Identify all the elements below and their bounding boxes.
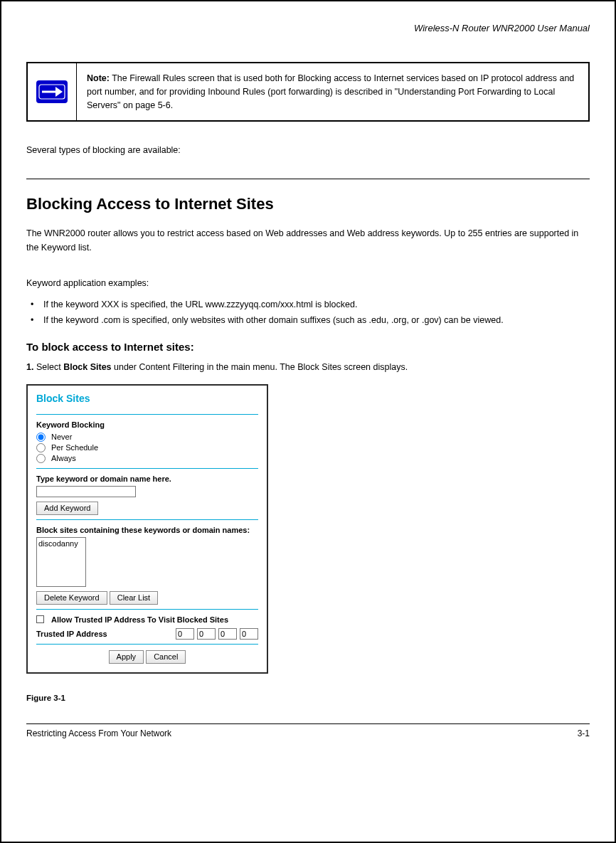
- radio-per-schedule-input[interactable]: [36, 443, 46, 452]
- allow-trusted-checkbox[interactable]: [36, 615, 44, 623]
- clear-list-button[interactable]: Clear List: [110, 591, 158, 605]
- page-container: Wireless-N Router WNR2000 User Manual No…: [0, 0, 616, 843]
- list-item[interactable]: discodanny: [38, 539, 84, 548]
- note-label: Note:: [87, 73, 110, 83]
- section-rule: [26, 179, 590, 179]
- keyword-listbox[interactable]: discodanny: [36, 537, 86, 587]
- apply-button[interactable]: Apply: [109, 650, 144, 664]
- allow-trusted-row[interactable]: Allow Trusted IP Address To Visit Blocke…: [36, 615, 258, 624]
- figure-caption: Figure 3-1: [26, 694, 590, 702]
- page-header-title: Wireless-N Router WNR2000 User Manual: [26, 23, 590, 33]
- type-keyword-label: Type keyword or domain name here.: [36, 474, 258, 483]
- radio-never-input[interactable]: [36, 433, 46, 442]
- note-icon-cell: [28, 63, 77, 120]
- ip-octet-2[interactable]: [197, 628, 216, 640]
- step-text-a: Select: [36, 362, 63, 372]
- block-list-label: Block sites containing these keywords or…: [36, 526, 258, 534]
- bullet-text: If the keyword .com is specified, only w…: [43, 313, 504, 328]
- delete-keyword-button[interactable]: Delete Keyword: [36, 591, 107, 605]
- cancel-button[interactable]: Cancel: [146, 650, 186, 664]
- panel-title: Block Sites: [36, 393, 258, 404]
- panel-divider: [36, 609, 258, 610]
- note-body: The Firewall Rules screen that is used b…: [87, 73, 574, 110]
- panel-divider: [36, 414, 258, 415]
- radio-never[interactable]: Never: [36, 432, 258, 442]
- page-footer: Restricting Access From Your Network 3-1: [26, 724, 590, 738]
- panel-divider: [36, 644, 258, 645]
- note-box: Note: The Firewall Rules screen that is …: [26, 62, 590, 122]
- block-sites-panel: Block Sites Keyword Blocking Never Per S…: [26, 384, 268, 674]
- step-text-c: under Content Filtering in the main menu…: [112, 362, 408, 372]
- footer-right: 3-1: [578, 728, 590, 738]
- bullet-list: • If the keyword XXX is specified, the U…: [26, 297, 590, 328]
- trusted-ip-row: Trusted IP Address: [36, 628, 258, 640]
- bullet-text: If the keyword XXX is specified, the URL…: [43, 297, 357, 312]
- ip-octet-1[interactable]: [176, 628, 194, 640]
- trusted-ip-fields: [176, 628, 258, 640]
- panel-footer: Apply Cancel: [36, 650, 258, 664]
- list-item: • If the keyword XXX is specified, the U…: [31, 297, 590, 312]
- section-p1: The WNR2000 router allows you to restric…: [26, 226, 590, 255]
- footer-left: Restricting Access From Your Network: [26, 728, 171, 738]
- add-keyword-button[interactable]: Add Keyword: [36, 502, 98, 515]
- step-1: 1. Select Block Sites under Content Filt…: [26, 360, 590, 374]
- keyword-blocking-label: Keyword Blocking: [36, 420, 258, 429]
- subsection-heading: To block access to Internet sites:: [26, 341, 590, 353]
- svg-marker-2: [55, 87, 63, 97]
- step-number: 1.: [26, 362, 33, 372]
- note-text: Note: The Firewall Rules screen that is …: [77, 63, 588, 120]
- list-item: • If the keyword .com is specified, only…: [31, 313, 590, 328]
- step-text-bold: Block Sites: [63, 362, 111, 372]
- allow-trusted-label: Allow Trusted IP Address To Visit Blocke…: [51, 615, 228, 624]
- ip-octet-3[interactable]: [218, 628, 237, 640]
- radio-always-input[interactable]: [36, 454, 46, 463]
- radio-never-label: Never: [51, 433, 72, 441]
- section-heading: Blocking Access to Internet Sites: [26, 195, 590, 213]
- ip-octet-4[interactable]: [240, 628, 258, 640]
- radio-always[interactable]: Always: [36, 453, 258, 464]
- panel-divider: [36, 519, 258, 520]
- radio-always-label: Always: [51, 454, 76, 462]
- keyword-input[interactable]: [36, 486, 136, 497]
- trusted-ip-label: Trusted IP Address: [36, 630, 107, 638]
- section-p2: Keyword application examples:: [26, 276, 590, 290]
- panel-divider: [36, 468, 258, 469]
- radio-per-schedule[interactable]: Per Schedule: [36, 442, 258, 453]
- radio-per-schedule-label: Per Schedule: [51, 443, 98, 452]
- arrow-right-icon: [36, 80, 68, 103]
- intro-paragraph: Several types of blocking are available:: [26, 143, 590, 157]
